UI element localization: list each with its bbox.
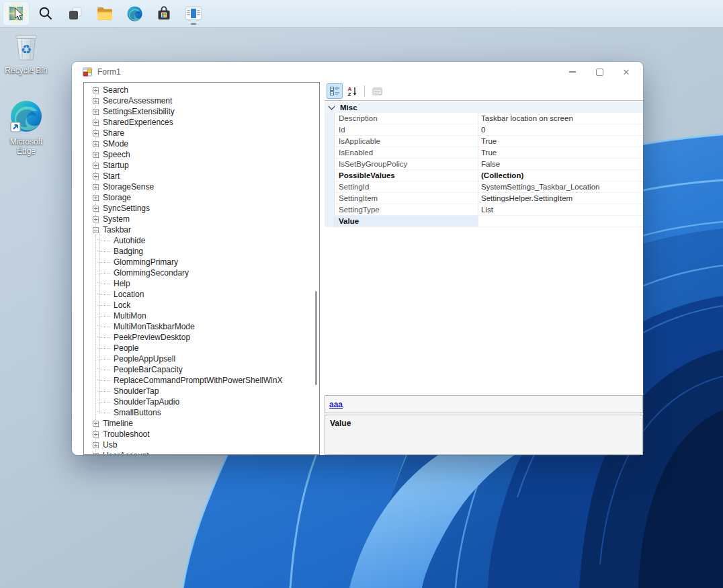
edge-button[interactable] <box>121 1 148 26</box>
property-name[interactable]: IsApplicable <box>335 136 478 146</box>
help-pane: Value <box>325 415 643 455</box>
start-button[interactable] <box>3 1 30 26</box>
tree-connector <box>99 284 110 284</box>
property-value[interactable]: (Collection) <box>478 170 643 181</box>
tree-item[interactable]: PeopleBarCapacity <box>84 364 319 375</box>
titlebar[interactable]: Form1 ✕ <box>72 62 643 82</box>
alphabetical-button[interactable]: A Z <box>344 83 360 99</box>
tree-item[interactable]: +UserAccount <box>84 450 319 454</box>
search-button[interactable] <box>32 1 59 26</box>
category-header[interactable]: Misc <box>325 101 643 113</box>
property-row[interactable]: IsEnabledTrue <box>325 147 643 159</box>
tree-item[interactable]: Autohide <box>84 235 319 246</box>
tree-item[interactable]: PeekPreviewDesktop <box>84 332 319 343</box>
tree-item[interactable]: PeopleAppUpsell <box>84 353 319 364</box>
tree-connector <box>99 316 110 317</box>
form1-taskbar-button[interactable] <box>180 1 207 26</box>
tree-item[interactable]: MultiMonTaskbarMode <box>84 321 319 332</box>
property-value[interactable]: True <box>478 147 643 158</box>
tree-item[interactable]: Badging <box>84 246 319 257</box>
file-explorer-button[interactable] <box>91 1 118 26</box>
minimize-button[interactable] <box>565 65 580 79</box>
tree-item[interactable]: MultiMon <box>84 310 319 321</box>
tree-item[interactable]: ShoulderTapAudio <box>84 396 319 407</box>
tree-item[interactable]: +Speech <box>84 149 319 160</box>
property-name[interactable]: SettingItem <box>335 193 478 204</box>
command-link[interactable]: aaa <box>329 400 343 409</box>
task-view-button[interactable] <box>62 1 89 26</box>
tree-item[interactable]: +Usb <box>84 439 319 450</box>
store-button[interactable] <box>151 1 177 26</box>
category-indent <box>325 170 335 181</box>
tree-item[interactable]: +StorageSense <box>84 181 319 192</box>
property-name[interactable]: IsSetByGroupPolicy <box>335 159 478 169</box>
property-row[interactable]: IsSetByGroupPolicyFalse <box>325 159 643 170</box>
svg-text:Z: Z <box>347 91 351 97</box>
desktop-icon-microsoft-edge[interactable]: Microsoft Edge <box>1 99 51 156</box>
tree-item[interactable]: +Timeline <box>84 418 319 429</box>
desktop-icon-recycle-bin[interactable]: ♻ Recycle Bin <box>1 31 51 75</box>
minimize-icon <box>569 71 576 72</box>
property-value[interactable]: Taskbar location on screen <box>478 113 643 124</box>
property-value[interactable]: 0 <box>478 124 643 135</box>
tree-item[interactable]: +Share <box>84 128 319 138</box>
property-row[interactable]: SettingTypeList <box>325 204 643 216</box>
tree-item[interactable]: Help <box>84 278 319 289</box>
property-pages-button[interactable] <box>369 83 385 99</box>
tree-item[interactable]: ReplaceCommandPromptWithPowerShellWinX <box>84 375 319 386</box>
tree-item[interactable]: +Startup <box>84 160 319 171</box>
tree-item-label: PeekPreviewDesktop <box>112 333 192 342</box>
tree-item[interactable]: People <box>84 343 319 353</box>
property-value[interactable]: SettingsHelper.SettingItem <box>478 193 643 204</box>
tree-item[interactable]: SmallButtons <box>84 407 319 418</box>
tree-item[interactable]: +Storage <box>84 192 319 203</box>
tree-item[interactable]: +SyncSettings <box>84 203 319 214</box>
maximize-button[interactable] <box>592 65 607 79</box>
tree-scrollbar[interactable] <box>315 291 317 385</box>
tree-item[interactable]: +Search <box>84 85 319 95</box>
tree-item[interactable]: GlommingPrimary <box>84 257 319 267</box>
property-name[interactable]: IsEnabled <box>335 147 478 158</box>
running-indicator <box>191 23 196 25</box>
tree-item-label: PeopleAppUpsell <box>112 354 177 364</box>
property-grid-rows: MiscDescriptionTaskbar location on scree… <box>325 101 643 227</box>
property-row[interactable]: Value <box>325 216 643 227</box>
property-value[interactable]: False <box>478 159 643 169</box>
tree-item-label: SecureAssessment <box>101 96 173 106</box>
tree-item[interactable]: +SharedExperiences <box>84 117 319 128</box>
tree-item-label: SettingsExtensibility <box>101 107 176 116</box>
tree-item[interactable]: +SecureAssessment <box>84 95 319 106</box>
property-value[interactable]: True <box>478 136 643 146</box>
property-row[interactable]: IsApplicableTrue <box>325 136 643 147</box>
tree-item-label: SMode <box>101 139 130 149</box>
property-name[interactable]: Id <box>335 124 478 135</box>
property-value[interactable] <box>478 216 643 226</box>
property-row[interactable]: SettingIdSystemSettings_Taskbar_Location <box>325 181 643 193</box>
close-button[interactable]: ✕ <box>619 65 634 79</box>
property-value[interactable]: List <box>478 204 643 215</box>
search-icon <box>38 5 54 22</box>
chevron-down-icon[interactable] <box>329 103 335 110</box>
tree-item[interactable]: −Taskbar <box>84 224 319 235</box>
tree-item[interactable]: +SettingsExtensibility <box>84 106 319 117</box>
property-row[interactable]: DescriptionTaskbar location on screen <box>325 113 643 124</box>
property-name[interactable]: Value <box>335 216 478 226</box>
property-name[interactable]: SettingId <box>335 181 478 192</box>
property-name[interactable]: PossibleValues <box>335 170 478 181</box>
tree-item[interactable]: GlommingSecondary <box>84 267 319 278</box>
tree-item[interactable]: Lock <box>84 300 319 310</box>
property-row[interactable]: PossibleValues(Collection) <box>325 170 643 181</box>
property-name[interactable]: SettingType <box>335 204 478 215</box>
property-value[interactable]: SystemSettings_Taskbar_Location <box>478 181 643 192</box>
property-row[interactable]: SettingItemSettingsHelper.SettingItem <box>325 193 643 204</box>
tree-item[interactable]: +SMode <box>84 138 319 149</box>
tree-item[interactable]: +Start <box>84 171 319 181</box>
property-row[interactable]: Id0 <box>325 124 643 136</box>
tree-item[interactable]: +Troubleshoot <box>84 429 319 439</box>
categorized-button[interactable] <box>327 83 343 99</box>
tree-item[interactable]: +System <box>84 214 319 224</box>
tree-view[interactable]: +Search+SecureAssessment+SettingsExtensi… <box>83 82 320 455</box>
property-name[interactable]: Description <box>335 113 478 124</box>
tree-item[interactable]: ShoulderTap <box>84 386 319 396</box>
tree-item[interactable]: Location <box>84 289 319 300</box>
